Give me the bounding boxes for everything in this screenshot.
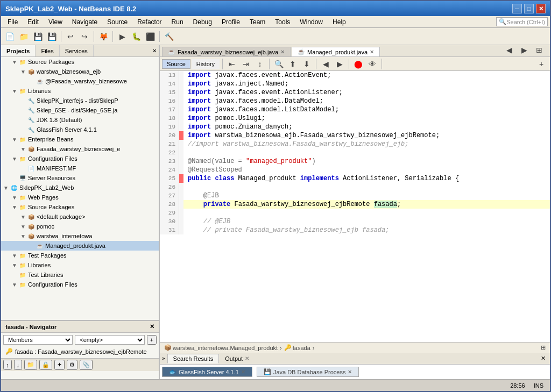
save-all-button[interactable]: 💾: [45, 30, 58, 43]
tree-warstwa-internetowa[interactable]: ▼ 📦 warstwa_internetowa: [1, 231, 159, 241]
maximize-button[interactable]: □: [524, 4, 534, 13]
et-btn-plus[interactable]: +: [535, 58, 548, 70]
undo-button[interactable]: ↩: [64, 30, 77, 43]
glassfish-server-tab[interactable]: 🐟 GlassFish Server 4.1.1 ✕: [162, 367, 252, 377]
et-btn-6[interactable]: ⬇: [300, 58, 313, 70]
nav-btn-3[interactable]: 📁: [24, 360, 37, 370]
menu-tools[interactable]: Tools: [271, 17, 294, 27]
tree-sklep-6se[interactable]: 🔧 Sklep_6SE - dist/Sklep_6SE.ja: [1, 105, 159, 115]
tree-source-packages-1[interactable]: ▼ 📁 Source Packages: [1, 57, 159, 67]
tab-managed-produkt[interactable]: ☕ Managed_produkt.java ✕: [292, 47, 380, 56]
save-button[interactable]: 💾: [31, 30, 44, 43]
menu-refactor[interactable]: Refactor: [133, 17, 166, 27]
tree-sklep-interfejs[interactable]: 🔧 SklepPK_interfejs - dist/SklepP: [1, 96, 159, 105]
glassfish-tab-close[interactable]: ✕: [241, 369, 245, 375]
tree-test-packages[interactable]: ▼ 📁 Test Packages: [1, 251, 159, 260]
menu-window[interactable]: Window: [295, 17, 327, 27]
open-file-button[interactable]: 📁: [17, 30, 30, 43]
menu-run[interactable]: Run: [167, 17, 188, 27]
nav-add-button[interactable]: +: [147, 335, 157, 345]
menu-view[interactable]: View: [44, 17, 67, 27]
tree-default-package[interactable]: ▼ 📦 <default package>: [1, 212, 159, 222]
tab-projects[interactable]: Projects: [1, 45, 36, 56]
javadb-tab-close[interactable]: ✕: [348, 369, 352, 375]
tree-fasada-file[interactable]: ☕ @Fasada_warstwy_biznesowe: [1, 76, 159, 86]
debug-button[interactable]: 🐛: [130, 30, 143, 43]
menu-profile[interactable]: Profile: [217, 17, 244, 27]
scroll-right-button[interactable]: ▶: [518, 45, 531, 56]
tree-warstwa-biz[interactable]: ▼ 📦 warstwa_biznesowa_ejb: [1, 67, 159, 76]
nav-btn-5[interactable]: ✦: [54, 360, 65, 370]
tab-output[interactable]: Output ✕: [219, 354, 255, 364]
search-box[interactable]: 🔍 Search (Ctrl+I): [496, 17, 548, 26]
tree-jdk[interactable]: 🔧 JDK 1.8 (Default): [1, 115, 159, 125]
nav-btn-4[interactable]: 🔒: [39, 360, 52, 370]
maximize-editor-button[interactable]: ⊞: [533, 45, 546, 56]
deploy-button[interactable]: 🔨: [163, 30, 175, 43]
redo-button[interactable]: ↪: [78, 30, 91, 43]
tree-enterprise-beans[interactable]: ▼ 📁 Enterprise Beans: [1, 134, 159, 144]
nav-btn-6[interactable]: ⚙: [67, 360, 77, 370]
tree-libraries-2[interactable]: ▼ 📁 Libraries: [1, 260, 159, 270]
tree-source-packages-2[interactable]: ▼ 📁 Source Packages: [1, 202, 159, 212]
tree-server-resources[interactable]: 🖥️ Server Resources: [1, 173, 159, 183]
tab-services[interactable]: Services: [60, 45, 94, 56]
close-button[interactable]: ✕: [536, 4, 546, 13]
maximize-breadcrumb-button[interactable]: ⊞: [541, 344, 546, 351]
java-db-tab[interactable]: 💾 Java DB Database Process ✕: [257, 367, 359, 377]
nav-btn-7[interactable]: 📎: [80, 360, 93, 370]
tab-fasada[interactable]: ☕ Fasada_warstwy_biznesowej_ejb.java ✕: [162, 47, 291, 56]
tab-files[interactable]: Files: [36, 45, 59, 56]
et-btn-3[interactable]: ↕: [253, 58, 266, 70]
source-tab-button[interactable]: Source: [162, 59, 190, 69]
managed-tab-close[interactable]: ✕: [370, 49, 374, 55]
fasada-tab-close[interactable]: ✕: [280, 49, 285, 55]
tree-web-pages[interactable]: ▼ 📁 Web Pages: [1, 193, 159, 202]
close-panel-button[interactable]: ✕: [150, 47, 159, 55]
tree-pomoc[interactable]: ▼ 📦 pomoc: [1, 222, 159, 231]
et-btn-8[interactable]: ▶: [333, 58, 346, 70]
et-btn-1[interactable]: ⇤: [225, 58, 238, 70]
bottom-panel-arrow[interactable]: »: [162, 355, 165, 361]
menu-file[interactable]: File: [3, 17, 22, 27]
menu-team[interactable]: Team: [245, 17, 270, 27]
menu-source[interactable]: Source: [103, 17, 132, 27]
tree-skleppk-web[interactable]: ▼ 🌐 SklepPK_Lab2_Web: [1, 183, 159, 193]
history-tab-button[interactable]: History: [192, 59, 220, 69]
output-close[interactable]: ✕: [245, 355, 249, 361]
et-btn-5[interactable]: ⬆: [286, 58, 299, 70]
tree-libraries-1[interactable]: ▼ 📁 Libraries: [1, 86, 159, 96]
tree-managed-produkt[interactable]: ☕ Managed_produkt.java: [1, 241, 159, 251]
run-button[interactable]: ▶: [116, 30, 129, 43]
tree-test-libraries[interactable]: 📁 Test Libraries: [1, 270, 159, 280]
project-tree[interactable]: ▼ 📁 Source Packages ▼ 📦 warstwa_biznesow…: [1, 57, 159, 320]
et-btn-2[interactable]: ⇥: [239, 58, 252, 70]
et-btn-7[interactable]: ◀: [319, 58, 332, 70]
close-bottom-button[interactable]: ✕: [539, 355, 548, 362]
minimize-button[interactable]: ─: [512, 4, 522, 13]
nav-btn-1[interactable]: ↑: [3, 360, 12, 370]
members-dropdown[interactable]: Members: [3, 335, 73, 345]
code-editor[interactable]: 13 import javax.faces.event.ActionEvent;…: [160, 71, 550, 342]
stop-button[interactable]: ⬛: [144, 30, 157, 43]
menu-navigate[interactable]: Navigate: [68, 17, 102, 27]
close-navigator-button[interactable]: ✕: [150, 323, 154, 330]
browser-button[interactable]: 🦊: [97, 30, 110, 43]
tree-fasada-bean[interactable]: ▼ 📦 Fasada_warstwy_biznesowej_e: [1, 144, 159, 154]
empty-dropdown[interactable]: <empty>: [75, 335, 144, 345]
nav-btn-2[interactable]: ↓: [14, 360, 23, 370]
et-btn-watch[interactable]: 👁: [366, 58, 379, 70]
menu-debug[interactable]: Debug: [189, 17, 216, 27]
et-btn-4[interactable]: 🔍: [272, 58, 285, 70]
new-file-button[interactable]: 📄: [3, 30, 16, 43]
tree-config-files-2[interactable]: ▼ 📁 Configuration Files: [1, 280, 159, 289]
tree-manifest[interactable]: 📄 MANIFEST.MF: [1, 163, 159, 173]
et-btn-breakpoint[interactable]: ⬤: [352, 58, 365, 70]
tab-search-results[interactable]: Search Results: [167, 354, 220, 364]
scroll-left-button[interactable]: ◀: [503, 45, 515, 56]
menu-help[interactable]: Help: [328, 17, 350, 27]
tree-config-files-1[interactable]: ▼ 📁 Configuration Files: [1, 154, 159, 163]
navigator-item[interactable]: 🔑 fasada : Fasada_warstwy_biznesowej_ejb…: [3, 347, 157, 356]
menu-edit[interactable]: Edit: [23, 17, 43, 27]
tree-glassfish-lib[interactable]: 🔧 GlassFish Server 4.1.1: [1, 125, 159, 134]
